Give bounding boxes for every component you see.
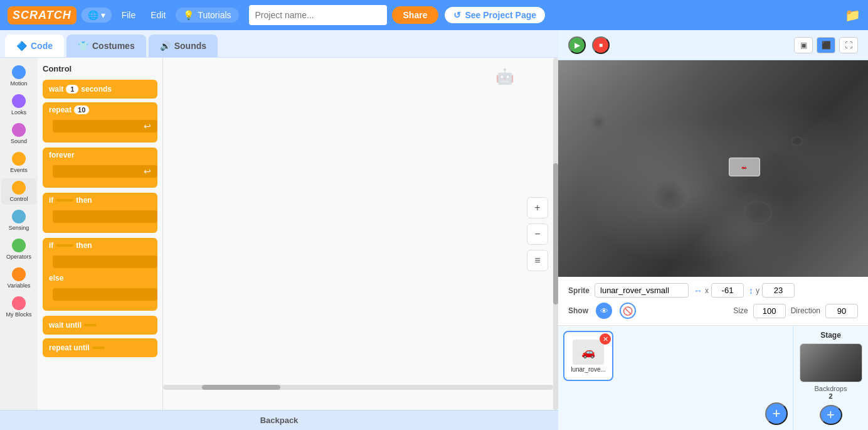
project-name-input[interactable] (249, 5, 387, 25)
vertical-scrollbar[interactable] (553, 58, 558, 410)
tutorials-icon: 💡 (183, 10, 194, 20)
zoom-in-icon: + (534, 202, 540, 213)
add-backdrop-button[interactable]: + (820, 405, 842, 425)
sounds-tab-icon: 🔊 (160, 41, 171, 51)
see-project-icon: ↺ (453, 10, 461, 20)
sprites-area: ✕ 🚗 lunar_rove... + (558, 326, 793, 430)
backpack-bar[interactable]: Backpack (0, 410, 558, 430)
show-label: Show (568, 306, 588, 315)
stage-section: Stage Backdrops 2 + (793, 326, 868, 430)
green-flag-button[interactable]: ▶ (568, 36, 586, 54)
block-list: Control wait 1 seconds repeat 10 ↩ (38, 58, 163, 410)
stage-header: ▶ ■ ▣ ⬛ ⛶ (558, 30, 868, 60)
language-button[interactable]: 🌐 ▾ (82, 8, 112, 23)
looks-label: Looks (11, 109, 26, 116)
size-input[interactable] (753, 304, 786, 318)
looks-dot (12, 94, 26, 108)
backdrops-count: 2 (828, 392, 832, 400)
sprite-thumb-rover[interactable]: ✕ 🚗 lunar_rove... (563, 331, 613, 381)
sidebar-item-variables[interactable]: Variables (1, 265, 36, 291)
horizontal-scrollbar[interactable] (163, 385, 553, 390)
sidebar-item-myblocks[interactable]: My Blocks (1, 294, 36, 320)
stage-normal-layout-button[interactable]: ⬛ (817, 37, 835, 53)
events-label: Events (10, 167, 28, 173)
control-label: Control (9, 196, 28, 202)
stage-thumbnail-image (800, 344, 862, 382)
block-wait[interactable]: wait 1 seconds (43, 80, 157, 99)
edit-menu[interactable]: Edit (146, 8, 171, 23)
crater-4 (791, 136, 803, 146)
sidebar-item-sound[interactable]: Sound (1, 121, 36, 147)
zoom-out-button[interactable]: − (527, 223, 548, 245)
blocks-area: Motion Looks Sound Events Control (0, 58, 558, 410)
variables-label: Variables (8, 282, 31, 289)
stage-small-layout-button[interactable]: ▣ (794, 37, 813, 53)
y-input[interactable] (762, 283, 795, 298)
block-forever[interactable]: forever ↩ (43, 148, 157, 188)
see-project-button[interactable]: ↺ See Project Page (443, 6, 546, 24)
sensing-dot (12, 210, 26, 223)
zoom-out-icon: − (534, 228, 540, 240)
crater-3 (744, 201, 772, 225)
right-panel: ▶ ■ ▣ ⬛ ⛶ (558, 30, 868, 430)
tab-bar: 🔷 Code 👕 Costumes 🔊 Sounds (0, 30, 558, 58)
crater-1 (651, 180, 689, 211)
tutorials-button[interactable]: 💡 Tutorials (176, 8, 238, 23)
sidebar-item-motion[interactable]: Motion (1, 63, 36, 89)
sidebar-item-sensing[interactable]: Sensing (1, 207, 36, 234)
block-if-else[interactable]: if then else (43, 238, 157, 311)
operators-label: Operators (6, 254, 31, 260)
show-hidden-button[interactable]: 🚫 (620, 303, 636, 319)
tab-code[interactable]: 🔷 Code (5, 35, 64, 57)
sidebar-item-events[interactable]: Events (1, 149, 36, 176)
block-section-title: Control (43, 63, 157, 75)
direction-label: Direction (791, 306, 820, 315)
block-wait-until[interactable]: wait until (43, 316, 157, 335)
myblocks-label: My Blocks (6, 311, 31, 318)
sidebar-item-control[interactable]: Control (1, 178, 36, 205)
show-visible-button[interactable]: 👁 (596, 303, 612, 319)
stop-button[interactable]: ■ (592, 36, 610, 54)
x-coord-group: ↔ x (694, 283, 744, 298)
stage-layout-buttons: ▣ ⬛ ⛶ (794, 37, 858, 53)
stage-fullscreen-button[interactable]: ⛶ (839, 37, 858, 53)
stage-display: 🚗 (558, 60, 868, 277)
direction-input[interactable] (825, 304, 858, 318)
sprite-thumb-label: lunar_rove... (571, 366, 606, 373)
main-layout: 🔷 Code 👕 Costumes 🔊 Sounds Motion (0, 30, 868, 430)
file-menu[interactable]: File (117, 8, 141, 23)
tab-costumes[interactable]: 👕 Costumes (66, 35, 146, 57)
sensing-label: Sensing (9, 225, 29, 231)
stop-icon: ■ (599, 41, 603, 48)
code-tab-icon: 🔷 (16, 41, 27, 51)
small-layout-icon: ▣ (800, 41, 807, 50)
y-coord-group: ↕ y (749, 283, 795, 298)
tab-sounds[interactable]: 🔊 Sounds (149, 35, 218, 57)
fullscreen-icon: ⛶ (845, 41, 852, 50)
y-label: y (756, 286, 760, 295)
operators-dot (12, 239, 26, 252)
zoom-in-button[interactable]: + (527, 197, 548, 218)
code-canvas: 🤖 + − ≡ (163, 58, 558, 410)
x-label: x (705, 286, 709, 295)
canvas-controls: + − ≡ (527, 197, 548, 271)
sidebar-item-operators[interactable]: Operators (1, 236, 36, 262)
sprites-grid: ✕ 🚗 lunar_rove... (563, 331, 788, 381)
block-repeat[interactable]: repeat 10 ↩ (43, 102, 157, 142)
sidebar-item-looks[interactable]: Looks (1, 92, 36, 118)
block-if-then[interactable]: if then (43, 193, 157, 233)
block-repeat-until[interactable]: repeat until (43, 338, 157, 357)
control-dot (12, 181, 26, 195)
x-coord-icon: ↔ (694, 286, 702, 296)
delete-sprite-button[interactable]: ✕ (600, 333, 611, 345)
add-sprite-button[interactable]: + (765, 402, 788, 425)
globe-icon: 🌐 (88, 10, 98, 20)
stage-thumbnail[interactable] (800, 343, 862, 382)
fit-screen-button[interactable]: ≡ (527, 250, 548, 271)
sprite-name-input[interactable] (595, 283, 689, 298)
sprite-thumbnail-image: 🚗 (573, 340, 604, 365)
x-input[interactable] (711, 283, 744, 298)
backdrops-label: Backdrops (815, 385, 847, 392)
share-button[interactable]: Share (392, 6, 439, 24)
my-stuff-button[interactable]: 📁 (845, 8, 860, 23)
